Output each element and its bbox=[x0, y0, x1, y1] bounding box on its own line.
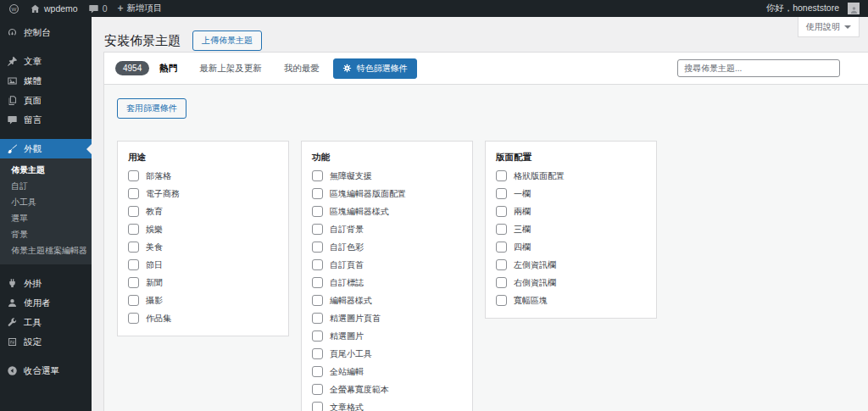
filter-checkbox[interactable] bbox=[496, 295, 507, 306]
filter-option[interactable]: 新聞 bbox=[128, 277, 278, 288]
filter-checkbox[interactable] bbox=[312, 348, 323, 359]
filter-option[interactable]: 自訂背景 bbox=[312, 224, 462, 235]
filter-checkbox[interactable] bbox=[312, 242, 323, 253]
filter-option[interactable]: 格狀版面配置 bbox=[496, 170, 646, 181]
filter-option[interactable]: 左側資訊欄 bbox=[496, 259, 646, 270]
sidebar-item-label: 媒體 bbox=[24, 75, 42, 86]
filter-option[interactable]: 精選圖片 bbox=[312, 330, 462, 342]
comments-shortcut[interactable]: 0 bbox=[88, 3, 108, 14]
sidebar-item-media[interactable]: 媒體 bbox=[0, 71, 92, 91]
sidebar-item-posts[interactable]: 文章 bbox=[0, 52, 92, 71]
filter-option[interactable]: 自訂標誌 bbox=[312, 277, 462, 288]
sidebar-item-collapse[interactable]: 收合選單 bbox=[0, 361, 92, 380]
apply-filters-button[interactable]: 套用篩選條件 bbox=[117, 98, 186, 119]
filter-option[interactable]: 全螢幕寬度範本 bbox=[312, 384, 462, 395]
upload-theme-button[interactable]: 上傳佈景主題 bbox=[192, 31, 262, 51]
filter-link[interactable]: 最新上架及更新 bbox=[199, 63, 262, 75]
sidebar-item-label: 收合選單 bbox=[24, 365, 59, 376]
filter-checkbox[interactable] bbox=[312, 259, 323, 270]
filter-checkbox[interactable] bbox=[312, 170, 323, 181]
filter-option[interactable]: 文章格式 bbox=[312, 402, 462, 411]
filter-option[interactable]: 美食 bbox=[128, 242, 278, 253]
filter-checkbox[interactable] bbox=[128, 206, 139, 217]
submenu-item[interactable]: 小工具 bbox=[0, 194, 92, 210]
page-title: 安裝佈景主題 bbox=[104, 33, 181, 49]
filter-checkbox[interactable] bbox=[496, 259, 507, 270]
filter-link[interactable]: 我的最愛 bbox=[284, 63, 320, 75]
filter-group-title: 版面配置 bbox=[496, 152, 646, 163]
submenu-item[interactable]: 佈景主題 bbox=[0, 162, 92, 178]
sidebar-item-pages[interactable]: 頁面 bbox=[0, 91, 92, 110]
filter-option[interactable]: 作品集 bbox=[128, 313, 278, 324]
filter-checkbox[interactable] bbox=[496, 277, 507, 288]
search-input[interactable] bbox=[677, 59, 840, 77]
filter-checkbox[interactable] bbox=[312, 384, 323, 395]
filter-checkbox[interactable] bbox=[128, 224, 139, 235]
submenu-item[interactable]: 佈景主題檔案編輯器 bbox=[0, 242, 92, 258]
filter-checkbox[interactable] bbox=[128, 277, 139, 288]
filter-checkbox[interactable] bbox=[496, 206, 507, 217]
filter-option-label: 格狀版面配置 bbox=[514, 170, 565, 181]
filter-option[interactable]: 右側資訊欄 bbox=[496, 277, 646, 288]
filter-group: 版面配置格狀版面配置一欄兩欄三欄四欄左側資訊欄右側資訊欄寬幅區塊 bbox=[485, 141, 657, 319]
help-button[interactable]: 使用說明 bbox=[798, 17, 860, 37]
filter-option[interactable]: 節日 bbox=[128, 259, 278, 270]
filter-checkbox[interactable] bbox=[128, 188, 139, 199]
sidebar-item-tools[interactable]: 工具 bbox=[0, 313, 92, 332]
filter-checkbox[interactable] bbox=[496, 224, 507, 235]
filter-option[interactable]: 自訂色彩 bbox=[312, 242, 462, 253]
filter-checkbox[interactable] bbox=[496, 170, 507, 181]
filter-option[interactable]: 三欄 bbox=[496, 224, 646, 235]
filter-checkbox[interactable] bbox=[128, 295, 139, 306]
filter-checkbox[interactable] bbox=[312, 313, 323, 324]
filter-option[interactable]: 教育 bbox=[128, 206, 278, 217]
filter-checkbox[interactable] bbox=[312, 224, 323, 235]
submenu-item[interactable]: 背景 bbox=[0, 226, 92, 242]
filter-checkbox[interactable] bbox=[128, 259, 139, 270]
filter-checkbox[interactable] bbox=[312, 206, 323, 217]
wordpress-logo-icon[interactable]: W bbox=[8, 3, 19, 14]
filter-checkbox[interactable] bbox=[128, 242, 139, 253]
feature-filter-button[interactable]: 特色篩選條件 bbox=[333, 58, 417, 79]
site-menu[interactable]: wpdemo bbox=[30, 3, 78, 14]
filter-option[interactable]: 頁尾小工具 bbox=[312, 348, 462, 359]
filter-checkbox[interactable] bbox=[496, 242, 507, 253]
filter-option[interactable]: 寬幅區塊 bbox=[496, 295, 646, 306]
filter-option[interactable]: 區塊編輯器樣式 bbox=[312, 206, 462, 217]
sidebar-item-dashboard[interactable]: 控制台 bbox=[0, 23, 92, 42]
filter-checkbox[interactable] bbox=[128, 313, 139, 324]
filter-checkbox[interactable] bbox=[312, 402, 323, 411]
sidebar-item-users[interactable]: 使用者 bbox=[0, 293, 92, 313]
filter-checkbox[interactable] bbox=[312, 330, 323, 342]
filter-checkbox[interactable] bbox=[312, 277, 323, 288]
filter-option[interactable]: 攝影 bbox=[128, 295, 278, 306]
filter-checkbox[interactable] bbox=[128, 170, 139, 181]
sidebar-item-plugins[interactable]: 外掛 bbox=[0, 274, 92, 293]
filter-option[interactable]: 全站編輯 bbox=[312, 366, 462, 377]
sidebar-item-appearance[interactable]: 外觀 bbox=[0, 139, 92, 158]
sidebar-item-settings[interactable]: 設定 bbox=[0, 332, 92, 352]
sidebar-item-comments[interactable]: 留言 bbox=[0, 110, 92, 130]
filter-checkbox[interactable] bbox=[312, 295, 323, 306]
filter-link[interactable]: 熱門 bbox=[159, 63, 177, 75]
new-item-menu[interactable]: + 新增項目 bbox=[118, 3, 163, 14]
sidebar-item-label: 使用者 bbox=[24, 297, 51, 308]
submenu-item[interactable]: 自訂 bbox=[0, 178, 92, 194]
filter-option[interactable]: 編輯器樣式 bbox=[312, 295, 462, 306]
filter-option[interactable]: 自訂頁首 bbox=[312, 259, 462, 270]
filter-option[interactable]: 精選圖片頁首 bbox=[312, 313, 462, 324]
filter-option[interactable]: 部落格 bbox=[128, 170, 278, 181]
filter-checkbox[interactable] bbox=[496, 188, 507, 199]
filter-option[interactable]: 四欄 bbox=[496, 242, 646, 253]
filter-option[interactable]: 娛樂 bbox=[128, 224, 278, 235]
my-account-menu[interactable]: 你好，honeststore bbox=[766, 3, 860, 14]
filter-checkbox[interactable] bbox=[312, 188, 323, 199]
filter-option[interactable]: 電子商務 bbox=[128, 188, 278, 199]
filter-checkbox[interactable] bbox=[312, 366, 323, 377]
filter-option[interactable]: 兩欄 bbox=[496, 206, 646, 217]
filter-option[interactable]: 一欄 bbox=[496, 188, 646, 199]
filter-option[interactable]: 區塊編輯器版面配置 bbox=[312, 188, 462, 199]
filter-option[interactable]: 無障礙支援 bbox=[312, 170, 462, 181]
submenu-item[interactable]: 選單 bbox=[0, 210, 92, 226]
filter-group-title: 用途 bbox=[128, 152, 278, 163]
